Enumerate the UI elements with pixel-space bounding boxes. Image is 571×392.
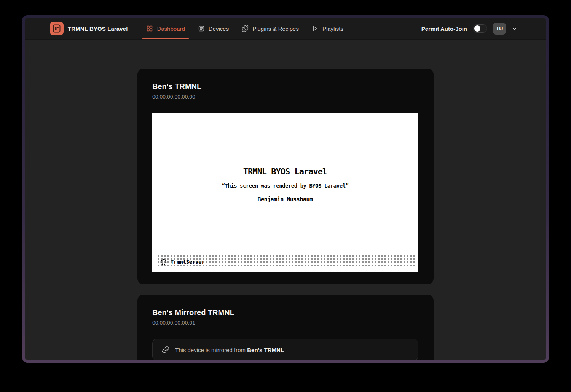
- app-window-inner: TRMNL BYOS Laravel Dashboard: [25, 18, 546, 360]
- mirror-source-name: Ben's TRMNL: [247, 347, 284, 353]
- tab-dashboard[interactable]: Dashboard: [142, 18, 188, 39]
- link-icon: [162, 346, 169, 354]
- device-mac-address: 00:00:00:00:00:01: [152, 319, 418, 326]
- tab-plugins-recipes[interactable]: Plugins & Recipes: [238, 18, 303, 39]
- nav-right-group: Permit Auto-Join TU: [421, 23, 517, 35]
- divider: [152, 331, 418, 331]
- dashboard-content: Ben's TRMNL 00:00:00:00:00:00 TRMNL BYOS…: [25, 40, 546, 360]
- app-title: TRMNL BYOS Laravel: [68, 25, 128, 32]
- screen-author: Benjamin Nussbaum: [152, 196, 418, 203]
- app-window: TRMNL BYOS Laravel Dashboard: [22, 15, 549, 363]
- toggle-knob: [474, 25, 480, 32]
- device-name: Ben's TRMNL: [152, 81, 418, 91]
- puzzle-icon: [242, 25, 249, 32]
- tab-label: Plugins & Recipes: [252, 25, 299, 32]
- device-card-bens-trmnl: Ben's TRMNL 00:00:00:00:00:00 TRMNL BYOS…: [137, 69, 434, 284]
- tab-label: Playlists: [322, 25, 343, 32]
- top-navbar: TRMNL BYOS Laravel Dashboard: [25, 18, 546, 40]
- play-icon: [312, 25, 319, 32]
- spinner-icon: [160, 258, 167, 266]
- mirror-notice: This device is mirrored from Ben's TRMNL: [152, 339, 418, 360]
- list-card-icon: [198, 25, 205, 32]
- divider: [152, 105, 418, 105]
- tab-label: Dashboard: [157, 25, 185, 32]
- device-card-bens-mirrored-trmnl: Ben's Mirrored TRMNL 00:00:00:00:00:01 T…: [137, 295, 434, 360]
- trmnl-device-icon: [52, 24, 61, 33]
- screen-status-label: TrmnlServer: [171, 259, 204, 265]
- device-name: Ben's Mirrored TRMNL: [152, 308, 418, 317]
- user-avatar[interactable]: TU: [493, 23, 506, 35]
- device-mac-address: 00:00:00:00:00:00: [152, 93, 418, 100]
- screen-quote: “This screen was rendered by BYOS Larave…: [152, 183, 418, 189]
- eink-screen-preview: TRMNL BYOS Laravel “This screen was rend…: [152, 113, 418, 272]
- permit-auto-join-toggle[interactable]: [473, 24, 487, 33]
- app-logo[interactable]: [50, 22, 64, 35]
- mirror-notice-text: This device is mirrored from Ben's TRMNL: [175, 347, 284, 353]
- chevron-down-icon[interactable]: [512, 26, 517, 32]
- tab-label: Devices: [209, 25, 229, 32]
- tab-devices[interactable]: Devices: [194, 18, 233, 39]
- nav-tabs: Dashboard Devices: [140, 18, 350, 39]
- tab-playlists[interactable]: Playlists: [308, 18, 347, 39]
- screen-title: TRMNL BYOS Laravel: [152, 167, 418, 176]
- permit-auto-join-label: Permit Auto-Join: [421, 25, 467, 32]
- screen-status-bar: TrmnlServer: [156, 255, 415, 268]
- grid-icon: [146, 25, 153, 32]
